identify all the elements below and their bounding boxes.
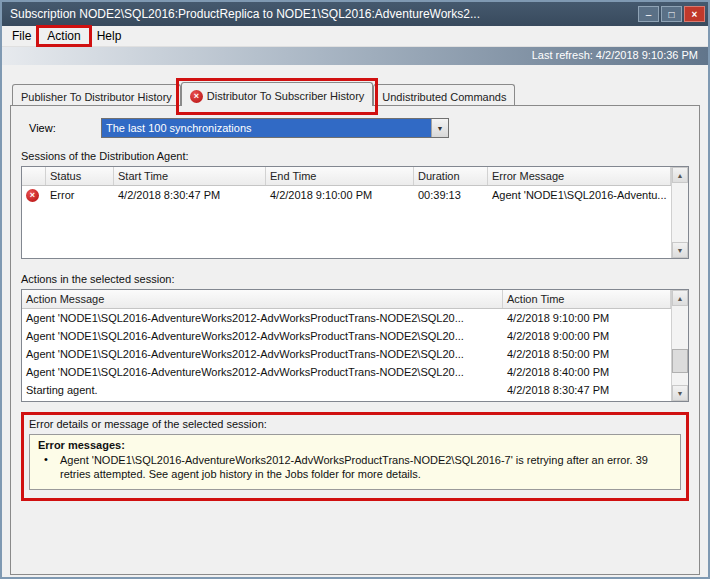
error-x-glyph: ×: [194, 92, 199, 101]
menu-action[interactable]: Action: [39, 27, 88, 45]
minimize-icon: –: [646, 9, 652, 20]
actions-table-body: Agent 'NODE1\SQL2016-AdventureWorks2012-…: [22, 309, 671, 401]
session-duration: 00:39:13: [414, 189, 488, 201]
scroll-up-button[interactable]: ▲: [672, 290, 688, 306]
column-header-action-message[interactable]: Action Message: [22, 290, 503, 308]
action-time: 4/2/2018 8:50:00 PM: [503, 348, 671, 360]
tab-label: Publisher To Distributor History: [21, 91, 172, 103]
title-bar: Subscription NODE2\SQL2016:ProductReplic…: [2, 2, 708, 26]
sessions-table-body: × Error 4/2/2018 8:30:47 PM 4/2/2018 9:1…: [22, 186, 671, 258]
scroll-up-icon: ▲: [677, 172, 684, 179]
minimize-button[interactable]: –: [638, 6, 659, 22]
close-icon: ×: [692, 9, 698, 20]
column-header-duration[interactable]: Duration: [414, 167, 488, 185]
bullet-icon: •: [44, 453, 52, 481]
subscription-window: Subscription NODE2\SQL2016:ProductReplic…: [0, 0, 710, 579]
action-message: Agent 'NODE1\SQL2016-AdventureWorks2012-…: [22, 366, 503, 378]
maximize-icon: □: [668, 9, 674, 20]
tab-distributor-to-subscriber-history[interactable]: × Distributor To Subscriber History: [181, 82, 374, 106]
error-message-item: • Agent 'NODE1\SQL2016-AdventureWorks201…: [38, 453, 672, 481]
action-message: Agent 'NODE1\SQL2016-AdventureWorks2012-…: [22, 348, 503, 360]
scroll-down-button[interactable]: ▼: [672, 242, 688, 258]
action-time: 4/2/2018 9:10:00 PM: [503, 312, 671, 324]
view-dropdown[interactable]: The last 100 synchronizations ▼: [101, 118, 449, 138]
action-row[interactable]: Starting agent. 4/2/2018 8:30:47 PM: [22, 381, 671, 399]
last-refresh-strip: Last refresh: 4/2/2018 9:10:36 PM: [2, 47, 708, 65]
tab-publisher-to-distributor-history[interactable]: Publisher To Distributor History: [12, 84, 181, 105]
scroll-down-icon: ▼: [677, 247, 684, 254]
menu-bar: File Action Help: [2, 26, 708, 47]
action-message: Agent 'NODE1\SQL2016-AdventureWorks2012-…: [22, 312, 503, 324]
column-header-start-time[interactable]: Start Time: [114, 167, 266, 185]
actions-table-header: Action Message Action Time: [22, 290, 671, 309]
actions-scrollbar[interactable]: ▲ ▼: [671, 290, 688, 401]
action-message: Starting agent.: [22, 384, 503, 396]
actions-table: Action Message Action Time Agent 'NODE1\…: [21, 289, 689, 402]
tab-strip: Publisher To Distributor History × Distr…: [12, 81, 700, 105]
error-details-label: Error details or message of the selected…: [29, 418, 681, 430]
sessions-table-header: Status Start Time End Time Duration Erro…: [22, 167, 671, 186]
session-row[interactable]: × Error 4/2/2018 8:30:47 PM 4/2/2018 9:1…: [22, 186, 671, 204]
action-row[interactable]: Agent 'NODE1\SQL2016-AdventureWorks2012-…: [22, 327, 671, 345]
tab-label: Undistributed Commands: [382, 91, 506, 103]
tab-page-panel: View: The last 100 synchronizations ▼ Se…: [10, 105, 700, 575]
session-status: Error: [46, 189, 114, 201]
action-row[interactable]: Agent 'NODE1\SQL2016-AdventureWorks2012-…: [22, 345, 671, 363]
column-header-icon[interactable]: [22, 167, 46, 185]
error-message-text: Agent 'NODE1\SQL2016-AdventureWorks2012-…: [60, 453, 672, 481]
action-time: 4/2/2018 9:00:00 PM: [503, 330, 671, 342]
sessions-scrollbar[interactable]: ▲ ▼: [671, 167, 688, 258]
action-row[interactable]: Agent 'NODE1\SQL2016-AdventureWorks2012-…: [22, 309, 671, 327]
error-icon: ×: [26, 189, 39, 202]
last-refresh-text: Last refresh: 4/2/2018 9:10:36 PM: [532, 49, 698, 61]
session-start-time: 4/2/2018 8:30:47 PM: [114, 189, 266, 201]
maximize-button[interactable]: □: [661, 6, 682, 22]
scroll-up-icon: ▲: [677, 295, 684, 302]
column-header-action-time[interactable]: Action Time: [503, 290, 671, 308]
view-row: View: The last 100 synchronizations ▼: [29, 118, 689, 138]
chevron-down-icon: ▼: [437, 125, 444, 132]
scroll-down-button[interactable]: ▼: [672, 385, 688, 401]
scrollbar-track[interactable]: [672, 306, 688, 385]
error-x-glyph: ×: [30, 191, 35, 200]
error-details-box: Error messages: • Agent 'NODE1\SQL2016-A…: [29, 434, 681, 490]
action-time: 4/2/2018 8:30:47 PM: [503, 384, 671, 396]
scroll-up-button[interactable]: ▲: [672, 167, 688, 183]
column-header-error-message[interactable]: Error Message: [488, 167, 671, 185]
menu-help[interactable]: Help: [89, 27, 130, 45]
view-dropdown-button[interactable]: ▼: [431, 119, 448, 137]
action-message: Agent 'NODE1\SQL2016-AdventureWorks2012-…: [22, 330, 503, 342]
scroll-down-icon: ▼: [677, 390, 684, 397]
scrollbar-thumb[interactable]: [672, 349, 688, 373]
sessions-table-main: Status Start Time End Time Duration Erro…: [22, 167, 671, 258]
error-details-annotation-box: Error details or message of the selected…: [21, 412, 689, 501]
view-label: View:: [29, 122, 101, 134]
error-messages-heading: Error messages:: [38, 439, 672, 451]
tab-label: Distributor To Subscriber History: [207, 90, 365, 102]
actions-table-main: Action Message Action Time Agent 'NODE1\…: [22, 290, 671, 401]
sessions-table: Status Start Time End Time Duration Erro…: [21, 166, 689, 259]
scrollbar-track[interactable]: [672, 183, 688, 242]
action-time: 4/2/2018 8:40:00 PM: [503, 366, 671, 378]
error-icon: ×: [190, 90, 203, 103]
session-error-message: Agent 'NODE1\SQL2016-Adventu...: [488, 189, 671, 201]
column-header-end-time[interactable]: End Time: [266, 167, 414, 185]
action-row[interactable]: Agent 'NODE1\SQL2016-AdventureWorks2012-…: [22, 363, 671, 381]
column-header-status[interactable]: Status: [46, 167, 114, 185]
close-button[interactable]: ×: [684, 6, 705, 22]
actions-label: Actions in the selected session:: [21, 273, 689, 285]
session-end-time: 4/2/2018 9:10:00 PM: [266, 189, 414, 201]
window-controls: – □ ×: [638, 6, 708, 22]
sessions-label: Sessions of the Distribution Agent:: [21, 150, 689, 162]
view-dropdown-value: The last 100 synchronizations: [102, 119, 431, 137]
window-title: Subscription NODE2\SQL2016:ProductReplic…: [10, 7, 638, 21]
menu-file[interactable]: File: [4, 27, 39, 45]
tab-undistributed-commands[interactable]: Undistributed Commands: [373, 84, 515, 105]
